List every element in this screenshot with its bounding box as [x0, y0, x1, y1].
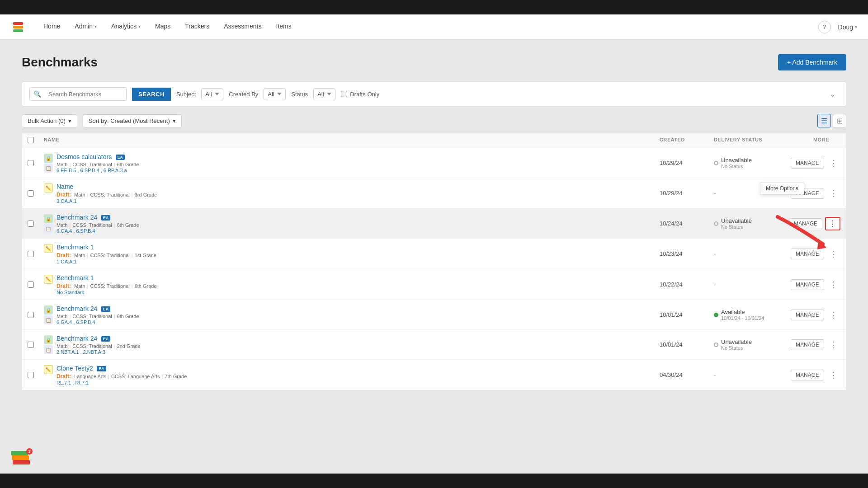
nav-trackers[interactable]: Trackers	[178, 14, 217, 40]
more-options-button[interactable]: ⋮	[827, 188, 840, 199]
row-name-info: Benchmark 1 Draft: Math|CCSS: Traditiona…	[57, 243, 158, 264]
row-standards: 6.GA.4 , 6.SP.B.4	[57, 228, 141, 234]
benchmark-name-link[interactable]: Benchmark 1	[57, 274, 94, 282]
row-name-col: 🔒 📋 Benchmark 24 EA Math|CCSS: Tradition…	[44, 305, 660, 325]
row-meta: Math|CCSS: Traditional|2nd Grade	[57, 343, 142, 349]
benchmark-name-link[interactable]: Desmos calculators	[57, 153, 112, 160]
more-options-button[interactable]: ⋮	[827, 157, 840, 169]
search-input[interactable]	[45, 88, 126, 100]
nav-items[interactable]: Items	[269, 14, 299, 40]
row-select-checkbox[interactable]	[28, 372, 34, 378]
search-bar: 🔍 SEARCH Subject All Created By All Stat…	[22, 81, 846, 107]
expand-button[interactable]: ⌄	[826, 88, 839, 100]
more-options-button[interactable]: ⋮	[827, 369, 840, 381]
help-button[interactable]: ?	[818, 21, 831, 33]
benchmark-name-link[interactable]: Benchmark 24	[57, 305, 97, 312]
col-created: CREATED	[660, 137, 714, 144]
row-standards: RL.7.1 , RI.7.1	[57, 380, 189, 385]
more-options-button[interactable]: ⋮	[827, 339, 840, 351]
subject-select[interactable]: All	[201, 88, 223, 100]
row-name-info: Clone Testy2 EA Draft: Language Arts|CCS…	[57, 364, 189, 385]
manage-button[interactable]: MANAGE	[791, 249, 824, 259]
table-row: ✏️ Benchmark 1 Draft: Math|CCSS: Traditi…	[22, 269, 846, 300]
row-icons: 🔒 📋	[44, 305, 53, 324]
nav-home[interactable]: Home	[36, 14, 67, 40]
manage-button[interactable]: MANAGE	[791, 339, 824, 350]
list-view-toggle[interactable]: ☰	[817, 114, 831, 127]
sort-chevron-icon: ▾	[173, 117, 176, 124]
benchmark-name-link[interactable]: Benchmark 1	[57, 244, 94, 251]
row-select-checkbox[interactable]	[28, 160, 34, 166]
nav-admin[interactable]: Admin ▾	[67, 14, 104, 40]
nav-analytics[interactable]: Analytics ▾	[104, 14, 148, 40]
benchmark-name-link[interactable]: Benchmark 24	[57, 214, 97, 221]
lock-icon: 🔒	[44, 154, 53, 163]
created-by-select[interactable]: All	[264, 88, 286, 100]
view-toggles: ☰ ⊞	[817, 114, 846, 127]
row-icons: 🔒 📋	[44, 213, 53, 233]
user-menu-button[interactable]: Doug ▾	[838, 23, 857, 31]
row-name-col: ✏️ Clone Testy2 EA Draft: Language Arts|…	[44, 364, 660, 385]
manage-button[interactable]: MANAGE	[791, 370, 824, 380]
manage-button[interactable]: MANAGE	[789, 218, 822, 229]
lock-icon: 🔒	[44, 335, 53, 344]
row-meta: Draft: Math|CCSS: Traditional|1st Grade	[57, 252, 158, 258]
row-select-checkbox[interactable]	[28, 190, 34, 197]
book-icon: 📋	[44, 164, 53, 173]
row-icons: ✏️	[44, 243, 53, 253]
nav-maps[interactable]: Maps	[148, 14, 178, 40]
drafts-only-label[interactable]: Drafts Only	[341, 91, 379, 98]
row-name-info: Desmos calculators EA Math|CCSS: Traditi…	[57, 153, 141, 173]
row-checkbox	[28, 221, 44, 227]
row-select-checkbox[interactable]	[28, 221, 34, 227]
row-checkbox	[28, 251, 44, 257]
table-row: ✏️ Name Draft: Math|CCSS: Traditional|3r…	[22, 178, 846, 209]
row-meta: Draft: Math|CCSS: Traditional|6th Grade	[57, 283, 159, 289]
manage-button[interactable]: MANAGE	[791, 279, 824, 290]
grid-view-toggle[interactable]: ⊞	[833, 114, 846, 127]
benchmark-name-link[interactable]: Benchmark 24	[57, 335, 97, 342]
nav-assessments[interactable]: Assessments	[217, 14, 269, 40]
row-select-checkbox[interactable]	[28, 312, 34, 318]
benchmark-name-link[interactable]: Clone Testy2	[57, 365, 93, 372]
toolbar: Bulk Action (0) ▾ Sort by: Created (Most…	[22, 114, 846, 127]
row-select-checkbox[interactable]	[28, 282, 34, 288]
search-button[interactable]: SEARCH	[132, 88, 171, 101]
row-select-checkbox[interactable]	[28, 251, 34, 257]
more-options-button[interactable]: ⋮	[827, 309, 840, 321]
row-select-checkbox[interactable]	[28, 342, 34, 348]
row-name-info: Name Draft: Math|CCSS: Traditional|3rd G…	[57, 183, 159, 204]
widget-badge: 3	[26, 448, 33, 455]
row-name-col: ✏️ Name Draft: Math|CCSS: Traditional|3r…	[44, 183, 660, 204]
ea-badge: EA	[101, 215, 111, 221]
row-standards: 3.OA.A.1	[57, 198, 159, 204]
status-select[interactable]: All	[313, 88, 335, 100]
nav-logo[interactable]	[11, 20, 25, 34]
add-benchmark-button[interactable]: + Add Benchmark	[778, 54, 846, 70]
user-name: Doug	[838, 23, 853, 31]
bulk-action-button[interactable]: Bulk Action (0) ▾	[22, 114, 77, 127]
sort-button[interactable]: Sort by: Created (Most Recent) ▾	[83, 114, 182, 127]
top-bar	[0, 0, 868, 14]
select-all-checkbox[interactable]	[28, 137, 34, 143]
lock-icon: 🔒	[44, 305, 53, 314]
col-more: MORE	[813, 137, 840, 144]
manage-button[interactable]: MANAGE	[791, 158, 824, 169]
row-name-info: Benchmark 24 EA Math|CCSS: Traditional|6…	[57, 305, 141, 325]
benchmark-name-link[interactable]: Name	[57, 183, 73, 190]
row-icons: 🔒 📋	[44, 153, 53, 173]
page-header: Benchmarks + Add Benchmark	[22, 54, 846, 70]
more-options-button[interactable]: ⋮	[825, 217, 840, 230]
col-checkbox	[28, 137, 44, 144]
more-options-button[interactable]: ⋮	[827, 248, 840, 260]
widget-layers-icon: 3	[11, 448, 33, 470]
table-header: NAME CREATED DELIVERY STATUS MORE	[22, 133, 846, 148]
row-more: MANAGE ⋮	[813, 309, 840, 321]
page-title: Benchmarks	[22, 55, 98, 70]
bottom-widget[interactable]: 3	[11, 448, 33, 470]
more-options-button[interactable]: ⋮	[827, 279, 840, 291]
manage-button[interactable]: MANAGE	[791, 310, 824, 320]
row-more: MANAGE ⋮	[813, 157, 840, 169]
main-content: Benchmarks + Add Benchmark 🔍 SEARCH Subj…	[0, 40, 868, 488]
drafts-only-checkbox[interactable]	[341, 91, 347, 97]
